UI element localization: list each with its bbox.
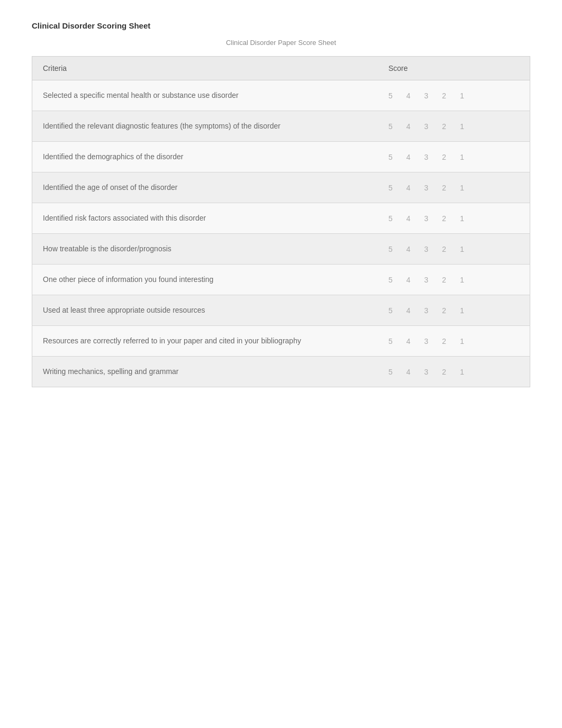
score-value: 3 — [424, 184, 433, 192]
table-row: Identified the relevant diagnostic featu… — [32, 111, 530, 142]
page-title: Clinical Disorder Scoring Sheet — [32, 21, 530, 30]
criteria-cell: Selected a specific mental health or sub… — [32, 80, 378, 111]
score-value: 4 — [406, 184, 415, 192]
score-value: 1 — [460, 368, 468, 376]
score-value: 3 — [424, 245, 433, 253]
table-row: Selected a specific mental health or sub… — [32, 80, 530, 111]
table-row: Identified risk factors associated with … — [32, 203, 530, 234]
table-row: Writing mechanics, spelling and grammar5… — [32, 357, 530, 387]
table-row: One other piece of information you found… — [32, 265, 530, 295]
score-value: 4 — [406, 214, 415, 223]
subtitle: Clinical Disorder Paper Score Sheet — [32, 39, 530, 47]
score-value: 1 — [460, 184, 468, 192]
score-cell: 54321 — [378, 111, 530, 142]
score-value: 1 — [460, 245, 468, 253]
score-value: 2 — [442, 337, 450, 345]
score-value: 3 — [424, 122, 433, 131]
score-cell: 54321 — [378, 203, 530, 234]
score-value: 3 — [424, 276, 433, 284]
score-value: 3 — [424, 214, 433, 223]
score-value: 1 — [460, 306, 468, 315]
score-value: 5 — [388, 122, 397, 131]
criteria-column-header: Criteria — [32, 57, 378, 80]
score-cell: 54321 — [378, 142, 530, 172]
score-cell: 54321 — [378, 172, 530, 203]
table-row: Identified the demographics of the disor… — [32, 142, 530, 172]
criteria-cell: Identified the demographics of the disor… — [32, 142, 378, 172]
table-row: Used at least three appropriate outside … — [32, 295, 530, 326]
score-value: 1 — [460, 337, 468, 345]
score-value: 5 — [388, 337, 397, 345]
score-value: 2 — [442, 368, 450, 376]
criteria-cell: Writing mechanics, spelling and grammar — [32, 357, 378, 387]
score-cell: 54321 — [378, 326, 530, 357]
score-value: 4 — [406, 368, 415, 376]
score-value: 3 — [424, 337, 433, 345]
criteria-cell: Identified risk factors associated with … — [32, 203, 378, 234]
score-value: 2 — [442, 306, 450, 315]
score-value: 3 — [424, 306, 433, 315]
criteria-cell: Resources are correctly referred to in y… — [32, 326, 378, 357]
score-value: 2 — [442, 92, 450, 100]
score-cell: 54321 — [378, 80, 530, 111]
score-value: 2 — [442, 122, 450, 131]
criteria-cell: How treatable is the disorder/prognosis — [32, 234, 378, 265]
score-value: 3 — [424, 368, 433, 376]
score-cell: 54321 — [378, 234, 530, 265]
score-value: 1 — [460, 153, 468, 161]
criteria-cell: Used at least three appropriate outside … — [32, 295, 378, 326]
score-value: 5 — [388, 184, 397, 192]
score-value: 5 — [388, 306, 397, 315]
criteria-cell: Identified the relevant diagnostic featu… — [32, 111, 378, 142]
score-value: 5 — [388, 368, 397, 376]
score-value: 5 — [388, 276, 397, 284]
criteria-cell: Identified the age of onset of the disor… — [32, 172, 378, 203]
criteria-cell: One other piece of information you found… — [32, 265, 378, 295]
scoring-table: Criteria Score Selected a specific menta… — [32, 56, 530, 387]
score-value: 4 — [406, 153, 415, 161]
score-value: 5 — [388, 214, 397, 223]
score-value: 4 — [406, 276, 415, 284]
score-value: 5 — [388, 92, 397, 100]
score-value: 2 — [442, 214, 450, 223]
score-cell: 54321 — [378, 357, 530, 387]
score-value: 2 — [442, 245, 450, 253]
score-value: 5 — [388, 153, 397, 161]
score-value: 1 — [460, 276, 468, 284]
score-cell: 54321 — [378, 265, 530, 295]
score-value: 1 — [460, 92, 468, 100]
score-value: 4 — [406, 306, 415, 315]
score-value: 2 — [442, 276, 450, 284]
score-value: 4 — [406, 92, 415, 100]
table-row: Identified the age of onset of the disor… — [32, 172, 530, 203]
score-cell: 54321 — [378, 295, 530, 326]
score-value: 3 — [424, 92, 433, 100]
score-value: 3 — [424, 153, 433, 161]
score-value: 4 — [406, 122, 415, 131]
score-value: 2 — [442, 184, 450, 192]
score-value: 4 — [406, 337, 415, 345]
table-row: How treatable is the disorder/prognosis5… — [32, 234, 530, 265]
score-column-header: Score — [378, 57, 530, 80]
score-value: 2 — [442, 153, 450, 161]
score-value: 5 — [388, 245, 397, 253]
score-value: 4 — [406, 245, 415, 253]
score-value: 1 — [460, 122, 468, 131]
table-row: Resources are correctly referred to in y… — [32, 326, 530, 357]
score-value: 1 — [460, 214, 468, 223]
